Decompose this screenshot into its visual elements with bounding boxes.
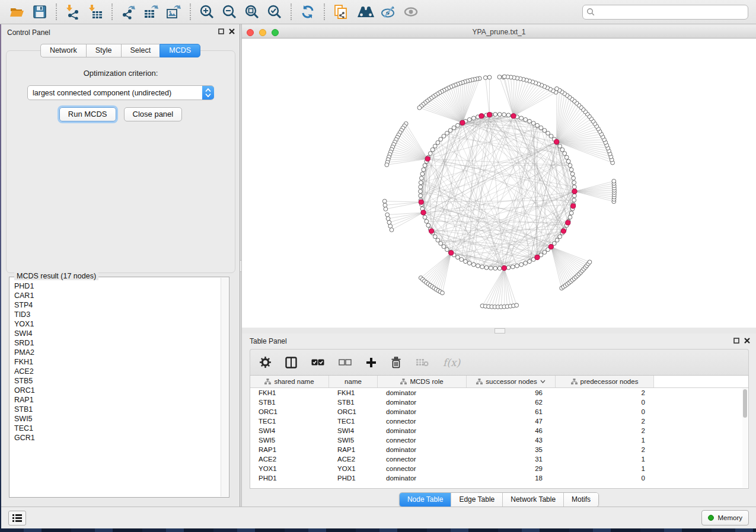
task-history-button[interactable] (8, 511, 26, 525)
table-row[interactable]: YOX1YOX1connector291 (250, 464, 748, 473)
table-settings-gear-icon[interactable] (260, 357, 271, 368)
zoom-fit-icon[interactable] (243, 3, 261, 21)
float-panel-icon[interactable] (733, 338, 739, 344)
table-panel: Table Panel f(x) shared namenameMCDS rol… (242, 334, 756, 507)
export-network-icon[interactable] (120, 3, 138, 21)
table-scrollbar-thumb[interactable] (743, 389, 747, 418)
tab-mcds[interactable]: MCDS (160, 44, 200, 57)
cell-predecessor-nodes: 2 (556, 427, 654, 434)
import-table-icon[interactable] (87, 3, 104, 21)
cell-shared-name: SWI4 (250, 427, 329, 434)
network-graph (242, 39, 756, 328)
cell-predecessor-nodes: 1 (556, 437, 654, 444)
export-table-icon[interactable] (142, 3, 160, 21)
mcds-list-scrollbar[interactable] (221, 278, 228, 496)
zoom-out-icon[interactable] (221, 3, 238, 21)
close-panel-button[interactable]: Close panel (124, 107, 183, 121)
refresh-icon[interactable] (299, 3, 317, 21)
column-header-predecessor-nodes[interactable]: predecessor nodes (556, 376, 654, 387)
window-minimize-icon[interactable] (259, 29, 266, 36)
tab-network-table[interactable]: Network Table (503, 493, 564, 507)
node-table: shared namenameMCDS rolesuccessor nodesp… (250, 375, 749, 489)
tab-motifs[interactable]: Motifs (564, 493, 598, 507)
mcds-result-node[interactable]: PMA2 (14, 348, 221, 357)
import-network-icon[interactable] (64, 3, 82, 21)
tab-style[interactable]: Style (86, 44, 121, 57)
task-list-icon (12, 514, 22, 522)
close-panel-icon[interactable] (229, 28, 235, 34)
mcds-result-node[interactable]: ACE2 (14, 367, 221, 376)
float-panel-icon[interactable] (218, 28, 224, 34)
column-header-shared-name[interactable]: shared name (250, 376, 329, 387)
table-row[interactable]: FKH1FKH1dominator962 (250, 388, 748, 398)
table-row[interactable]: SWI5SWI5connector431 (250, 435, 748, 445)
table-row[interactable]: STB1STB1dominator620 (250, 398, 748, 407)
table-scrollbar[interactable] (742, 388, 748, 488)
table-row[interactable]: PHD1PHD1dominator180 (250, 473, 748, 483)
copy-network-icon[interactable] (332, 3, 350, 21)
optimization-criterion-dropdown[interactable]: largest connected component (undirected) (27, 85, 214, 100)
horizontal-splitter[interactable] (242, 328, 756, 334)
window-close-icon[interactable] (247, 29, 254, 36)
tab-select[interactable]: Select (121, 44, 160, 57)
mcds-result-node[interactable]: RAP1 (14, 395, 221, 405)
mcds-result-node[interactable]: FKH1 (14, 357, 221, 367)
zoom-selected-icon[interactable] (266, 3, 283, 21)
memory-button[interactable]: Memory (701, 510, 749, 525)
network-and-table-area: YPA_prune.txt_1 Table Panel f(x) (242, 24, 756, 507)
table-row[interactable]: ACE2ACE2connector311 (250, 454, 748, 464)
cell-mcds-role: dominator (378, 408, 467, 415)
select-all-columns-icon[interactable] (311, 358, 324, 366)
tab-edge-table[interactable]: Edge Table (451, 493, 503, 507)
search-box[interactable] (582, 5, 748, 20)
mcds-result-node[interactable]: STB1 (14, 405, 221, 414)
splitter-grab-handle[interactable] (240, 260, 241, 272)
mcds-result-node[interactable]: TID3 (14, 310, 221, 319)
table-row[interactable]: RAP1RAP1dominator352 (250, 445, 748, 454)
close-panel-icon[interactable] (744, 338, 750, 344)
column-header-mcds-role[interactable]: MCDS role (378, 376, 467, 387)
mcds-result-node[interactable]: SWI5 (14, 414, 221, 424)
show-graphics-eye-icon[interactable] (402, 3, 420, 21)
mcds-result-node[interactable]: ORC1 (14, 386, 221, 395)
run-mcds-button[interactable]: Run MCDS (59, 107, 116, 121)
cell-shared-name: SWI5 (250, 437, 329, 444)
export-image-icon[interactable] (165, 3, 183, 21)
table-row[interactable]: TEC1TEC1connector472 (250, 416, 748, 426)
window-maximize-icon[interactable] (272, 29, 279, 36)
table-row[interactable]: ORC1ORC1dominator610 (250, 407, 748, 416)
open-session-icon[interactable] (8, 3, 26, 21)
dropdown-stepper-icon (202, 86, 214, 100)
delete-column-trash-icon[interactable] (391, 357, 401, 368)
unselect-all-columns-icon[interactable] (339, 358, 352, 366)
save-session-icon[interactable] (31, 3, 49, 21)
hide-panel-eye-icon[interactable] (379, 3, 397, 21)
table-panel-title: Table Panel (242, 334, 756, 345)
cell-successor-nodes: 31 (467, 456, 556, 463)
network-window-titlebar[interactable]: YPA_prune.txt_1 (242, 27, 756, 39)
tab-network[interactable]: Network (40, 44, 86, 57)
column-header-successor-nodes[interactable]: successor nodes (467, 376, 556, 387)
zoom-in-icon[interactable] (198, 3, 216, 21)
mcds-result-node[interactable]: GCR1 (14, 433, 221, 443)
mcds-result-node[interactable]: YOX1 (14, 319, 221, 329)
create-column-plus-icon[interactable] (366, 357, 377, 368)
mcds-result-node[interactable]: STB5 (14, 376, 221, 386)
mcds-result-node[interactable]: PHD1 (14, 281, 221, 291)
show-column-panel-icon[interactable] (285, 357, 297, 368)
splitter-grab-handle[interactable] (495, 328, 505, 334)
search-icon (586, 8, 595, 17)
mcds-result-node[interactable]: TEC1 (14, 424, 221, 433)
mcds-result-node[interactable]: CAR1 (14, 291, 221, 300)
search-input[interactable] (595, 6, 748, 18)
network-view-canvas[interactable] (242, 39, 756, 328)
column-header-name[interactable]: name (329, 376, 378, 387)
cell-predecessor-nodes: 1 (556, 465, 654, 472)
table-row[interactable]: SWI4SWI4dominator462 (250, 426, 748, 435)
mcds-result-node[interactable]: STP4 (14, 300, 221, 310)
tab-node-table[interactable]: Node Table (400, 493, 452, 507)
mcds-result-node[interactable]: SWI4 (14, 329, 221, 338)
mcds-result-node[interactable]: SRD1 (14, 338, 221, 348)
binoculars-icon[interactable] (357, 3, 375, 21)
mcds-result-list: PHD1CAR1STP4TID3YOX1SWI4SRD1PMA2FKH1ACE2… (10, 278, 221, 496)
